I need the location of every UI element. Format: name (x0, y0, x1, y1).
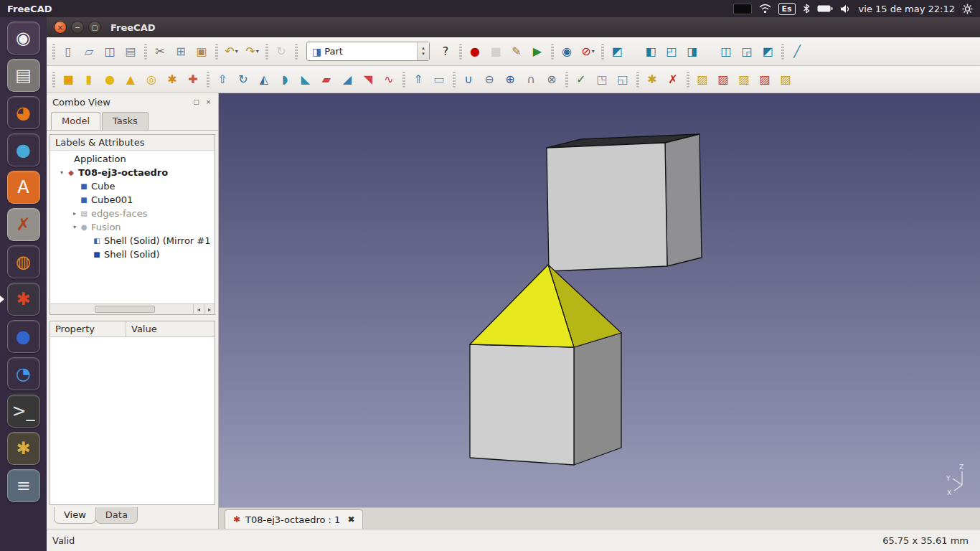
part-mirror-button[interactable]: ◭ (255, 70, 274, 89)
launcher-browser[interactable]: ● (0, 133, 47, 166)
part-cylinder-button[interactable]: ▮ (80, 70, 99, 89)
tree-item-cube[interactable]: ■ Cube (50, 179, 215, 193)
part-offset-button[interactable]: ⇑ (409, 70, 428, 89)
launcher-firefox[interactable]: ◕ (0, 96, 47, 129)
part-extra-tool-5[interactable]: ▨ (776, 70, 796, 89)
tree-item-shell[interactable]: ■ Shell (Solid) (50, 248, 215, 261)
view-isometric-button[interactable]: ◩ (608, 42, 627, 61)
3d-viewport[interactable]: Z Y X (219, 93, 980, 507)
launcher-terminal[interactable]: >_ (0, 395, 47, 428)
part-extrude-button[interactable]: ⇧ (213, 70, 232, 89)
part-extra-tool-1[interactable]: ▨ (693, 70, 712, 89)
launcher-freecad[interactable]: ✱ (0, 283, 47, 316)
active-app-name[interactable]: FreeCAD (7, 4, 52, 14)
view-right-button[interactable]: ◨ (683, 42, 702, 61)
part-make-compound-button[interactable]: ◳ (593, 70, 612, 89)
part-loft-button[interactable]: ◥ (359, 70, 378, 89)
part-primitives-button[interactable]: ✱ (163, 70, 182, 89)
view-front-button[interactable]: ◧ (641, 42, 661, 61)
property-column-header[interactable]: Property (50, 321, 126, 336)
tree-item-cube001[interactable]: ■ Cube001 (50, 193, 215, 207)
close-button[interactable]: × (54, 21, 67, 34)
macro-record-button[interactable]: ● (466, 42, 485, 61)
maximize-button[interactable]: ▢ (88, 21, 101, 34)
tab-view[interactable]: View (54, 507, 96, 524)
part-boolean-button[interactable]: ∪ (459, 70, 479, 89)
save-document-button[interactable]: ◫ (100, 42, 120, 61)
redo-button[interactable]: ↷▾ (242, 42, 262, 61)
launcher-ubuntu-software[interactable]: A (0, 171, 47, 204)
tree-item-edges-faces[interactable]: ▸ ▤ edges-faces (50, 207, 215, 220)
launcher-dash-home[interactable]: ◉ (0, 22, 47, 55)
cube-right-face[interactable] (665, 134, 702, 266)
clock[interactable]: vie 15 de may 22:12 (859, 4, 955, 14)
new-document-button[interactable]: ▯ (59, 42, 78, 61)
keyboard-layout-indicator[interactable]: Es (778, 3, 796, 15)
part-refine-shape-button[interactable]: ✱ (643, 70, 662, 89)
launcher-app-sphere[interactable]: ● (0, 320, 47, 353)
fusion-right-face[interactable] (574, 333, 621, 465)
whats-this-button[interactable]: ? (436, 42, 456, 61)
part-cut-button[interactable]: ⊖ (480, 70, 499, 89)
view-bottom-button[interactable]: ◲ (738, 42, 757, 61)
macro-edit-button[interactable]: ✎ (507, 42, 527, 61)
draw-style-button[interactable]: ⊘▾ (578, 42, 598, 61)
part-fillet-button[interactable]: ◗ (275, 70, 295, 89)
tab-tasks[interactable]: Tasks (102, 112, 149, 130)
combo-view-titlebar[interactable]: Combo View ▢× (47, 93, 218, 110)
paste-button[interactable]: ▣ (192, 42, 212, 61)
view-left-button[interactable]: ◩ (758, 42, 778, 61)
part-make-face-button[interactable]: ▰ (317, 70, 336, 89)
spin-down-icon[interactable]: ▾ (422, 52, 425, 57)
expander-icon[interactable]: ▸ (70, 210, 79, 217)
part-extra-tool-3[interactable]: ▨ (735, 70, 754, 89)
measure-button[interactable]: ╱ (788, 42, 807, 61)
part-shape-builder-button[interactable]: ✚ (184, 70, 203, 89)
undo-button[interactable]: ↶▾ (222, 42, 241, 61)
part-intersection-button[interactable]: ∩ (522, 70, 541, 89)
close-document-icon[interactable]: ✖ (347, 514, 354, 524)
volume-icon[interactable] (840, 4, 852, 14)
part-extra-tool-2[interactable]: ▨ (714, 70, 733, 89)
refresh-button[interactable]: ↻ (272, 42, 291, 61)
part-sweep-button[interactable]: ∿ (380, 70, 399, 89)
battery-icon[interactable] (817, 4, 833, 13)
part-torus-button[interactable]: ◎ (142, 70, 161, 89)
part-sphere-button[interactable]: ● (100, 70, 120, 89)
launcher-tools[interactable]: ✱ (0, 432, 47, 465)
minimize-button[interactable]: − (71, 21, 84, 34)
part-chamfer-button[interactable]: ◣ (296, 70, 316, 89)
close-panel-button[interactable]: × (203, 97, 214, 108)
part-extra-tool-4[interactable]: ▨ (755, 70, 775, 89)
session-gear-icon[interactable] (962, 4, 973, 14)
view-top-button[interactable]: ◰ (662, 42, 682, 61)
value-column-header[interactable]: Value (126, 321, 162, 336)
bluetooth-icon[interactable] (803, 4, 810, 14)
fusion-front-face[interactable] (470, 344, 574, 465)
part-box-button[interactable]: ■ (59, 70, 78, 89)
tree-item-fusion[interactable]: ▾ ● Fusion (50, 220, 215, 234)
expander-icon[interactable]: ▾ (70, 224, 79, 230)
macro-execute-button[interactable]: ▶ (528, 42, 547, 61)
tree-item-application[interactable]: Application (50, 152, 215, 166)
launcher-chromium[interactable]: ◔ (0, 357, 47, 390)
part-explode-compound-button[interactable]: ◱ (613, 70, 633, 89)
float-panel-button[interactable]: ▢ (191, 97, 202, 108)
tab-data[interactable]: Data (95, 507, 138, 524)
scrollbar-thumb[interactable] (95, 306, 155, 313)
part-section-button[interactable]: ⊗ (542, 70, 562, 89)
part-cone-button[interactable]: ▲ (121, 70, 141, 89)
launcher-documents[interactable]: ≡ (0, 469, 47, 502)
launcher-blender[interactable]: ◍ (0, 245, 47, 278)
cut-button[interactable]: ✂ (151, 42, 170, 61)
wifi-icon[interactable] (759, 4, 771, 14)
workbench-selector[interactable]: ◨ Part ▴ ▾ (306, 42, 430, 61)
print-button[interactable]: ▤ (121, 42, 141, 61)
part-defeaturing-button[interactable]: ✗ (664, 70, 683, 89)
part-ruled-surface-button[interactable]: ◢ (338, 70, 357, 89)
open-document-button[interactable]: ▱ (80, 42, 99, 61)
tree-horizontal-scrollbar[interactable]: ◂ ▸ (50, 303, 215, 314)
view-rear-button[interactable]: ◫ (717, 42, 736, 61)
fit-all-button[interactable]: ◉ (557, 42, 577, 61)
scrollbar-track[interactable] (50, 304, 193, 314)
